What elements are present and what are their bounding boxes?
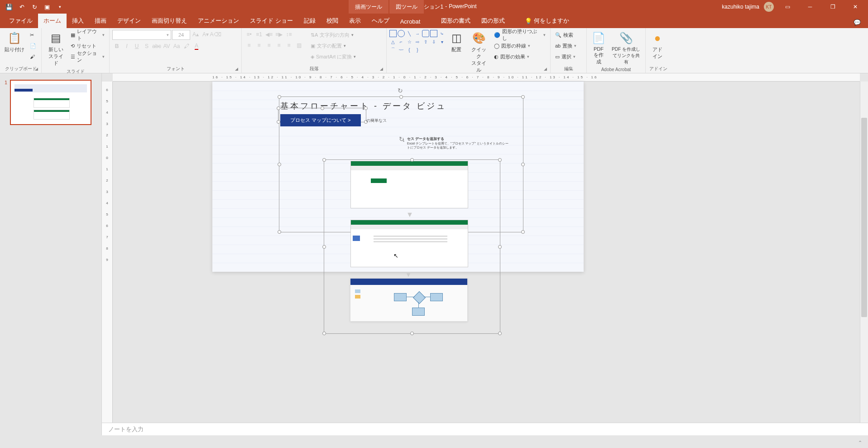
tell-me-search[interactable]: 💡 何をしますか <box>519 14 575 28</box>
save-icon[interactable]: 💾 <box>4 1 14 12</box>
shape-outline-button[interactable]: ◯図形の枠線 <box>492 41 547 51</box>
resize-handle[interactable] <box>278 230 281 234</box>
paragraph-dialog-launcher[interactable]: ◢ <box>380 67 385 72</box>
tab-picture-format[interactable]: 図の形式 <box>476 14 510 28</box>
resize-handle[interactable] <box>277 120 280 124</box>
highlight-icon[interactable]: 🖍 <box>182 42 191 51</box>
shape-elbow-icon[interactable]: ⌐ <box>398 38 405 45</box>
arrange-button[interactable]: ◫ 配置 <box>447 30 465 54</box>
align-text-button[interactable]: ▣文字の配置 <box>309 41 358 51</box>
numbering-icon[interactable]: ≡1 <box>254 30 264 39</box>
tab-insert[interactable]: 挿入 <box>67 14 89 28</box>
font-color-icon[interactable]: A <box>192 42 201 51</box>
undo-icon[interactable]: ↶ <box>16 1 27 12</box>
tab-design[interactable]: デザイン <box>112 14 146 28</box>
strikethrough-icon[interactable]: abc <box>152 42 161 51</box>
line-spacing-icon[interactable]: ↕≡ <box>284 30 293 39</box>
underline-icon[interactable]: U <box>132 42 141 51</box>
resize-handle[interactable] <box>399 95 403 99</box>
tab-file[interactable]: ファイル <box>4 14 38 28</box>
shape-arrow-icon[interactable]: → <box>414 30 421 37</box>
process-map-button[interactable]: プロセス マップについて > <box>280 114 361 126</box>
horizontal-ruler[interactable]: 16 · 15 · 14 · 13 · 12 · 11 · 10 · 9 · 8… <box>113 73 860 82</box>
tab-slideshow[interactable]: スライド ショー <box>245 14 298 28</box>
reset-button[interactable]: ⟲リセット <box>69 41 106 51</box>
change-case-icon[interactable]: Aa <box>172 42 181 51</box>
resize-handle[interactable] <box>498 245 502 249</box>
share-icon[interactable]: 💬 <box>854 19 863 28</box>
shape-oval-icon[interactable] <box>398 30 405 37</box>
align-center-icon[interactable]: ≡ <box>254 41 264 50</box>
resize-handle[interactable] <box>322 332 326 335</box>
resize-handle[interactable] <box>322 158 326 162</box>
char-spacing-icon[interactable]: AV <box>162 42 171 51</box>
resize-handle[interactable] <box>521 95 525 99</box>
visio-screenshot[interactable] <box>350 278 468 322</box>
shape-cell-icon[interactable] <box>430 30 437 37</box>
increase-indent-icon[interactable]: ≡▶ <box>274 30 283 39</box>
shape-line-icon[interactable]: ╲ <box>406 30 413 37</box>
decrease-indent-icon[interactable]: ◀≡ <box>264 30 273 39</box>
bullets-icon[interactable]: ≡• <box>245 30 254 39</box>
vertical-scrollbar[interactable]: ▲ ▼ <box>860 82 868 435</box>
shape-right-icon[interactable]: ⇨ <box>414 38 421 45</box>
tab-review[interactable]: 校閲 <box>321 14 344 28</box>
resize-handle[interactable] <box>410 158 414 162</box>
section-button[interactable]: ☰セクション <box>69 52 106 62</box>
shapes-gallery[interactable]: ╲ → ⤷ △ ⌐ ☆ ⇨ ⇧ ⇩ ▾ ⌒ 〰 { } <box>389 30 446 53</box>
notes-panel[interactable]: ノートを入力 <box>102 423 868 435</box>
font-size-select[interactable]: 24 <box>172 30 190 40</box>
tab-shape-format[interactable]: 図形の書式 <box>436 14 476 28</box>
resize-handle[interactable] <box>278 163 281 166</box>
start-from-beginning-icon[interactable]: ▣ <box>42 1 53 12</box>
shape-fill-button[interactable]: 🔵図形の塗りつぶし <box>492 30 547 40</box>
align-left-icon[interactable]: ≡ <box>245 41 254 50</box>
resize-handle[interactable] <box>278 95 281 99</box>
user-avatar[interactable]: KT <box>764 2 774 12</box>
select-button[interactable]: ▭選択 <box>553 52 578 62</box>
resize-handle[interactable] <box>321 106 324 110</box>
layout-button[interactable]: ▦レイアウト <box>69 30 106 40</box>
shape-brace-r-icon[interactable]: } <box>414 46 421 53</box>
addins-button[interactable]: ● アド イン <box>648 30 667 61</box>
format-painter-button[interactable]: 🖌 <box>28 52 38 62</box>
user-name[interactable]: kazuhiko tajima <box>722 4 759 10</box>
tab-home[interactable]: ホーム <box>38 14 67 28</box>
ribbon-display-options-icon[interactable]: ▭ <box>778 0 796 14</box>
resize-handle[interactable] <box>322 245 326 249</box>
resize-handle[interactable] <box>277 106 280 110</box>
tab-view[interactable]: 表示 <box>344 14 366 28</box>
share-pdf-button[interactable]: 📎 PDF を作成し てリンクを共有 <box>609 30 643 66</box>
maximize-icon[interactable]: ❐ <box>824 0 842 14</box>
collapse-ribbon-icon[interactable]: ⌃ <box>858 440 865 447</box>
drawing-dialog-launcher[interactable]: ◢ <box>544 67 549 72</box>
resize-handle[interactable] <box>498 332 502 335</box>
columns-icon[interactable]: ▥ <box>294 41 303 50</box>
find-button[interactable]: 🔍検索 <box>553 30 578 40</box>
tab-record[interactable]: 記録 <box>298 14 321 28</box>
new-slide-button[interactable]: ▤ 新しい スライド <box>44 30 67 67</box>
shape-up-icon[interactable]: ⇧ <box>422 38 429 45</box>
shape-rect-icon[interactable] <box>389 30 397 37</box>
qat-customize-icon[interactable]: ▾ <box>54 1 65 12</box>
create-pdf-button[interactable]: 📄 PDF を作成 <box>590 30 608 66</box>
close-icon[interactable]: ✕ <box>846 0 864 14</box>
font-dialog-launcher[interactable]: ◢ <box>235 67 240 72</box>
tab-animations[interactable]: アニメーション <box>192 14 245 28</box>
slide-edit-area[interactable]: 16 · 15 · 14 · 13 · 12 · 11 · 10 · 9 · 8… <box>102 73 868 435</box>
shape-brace-l-icon[interactable]: { <box>406 46 413 53</box>
scrollbar-thumb[interactable] <box>861 118 867 317</box>
minimize-icon[interactable]: ─ <box>801 0 819 14</box>
distribute-icon[interactable]: ≡ <box>284 41 293 50</box>
shape-effects-button[interactable]: ◐図形の効果 <box>492 52 547 62</box>
replace-button[interactable]: ab置換 <box>553 41 578 51</box>
tab-help[interactable]: ヘルプ <box>366 14 395 28</box>
tab-transitions[interactable]: 画面切り替え <box>146 14 192 28</box>
vertical-ruler[interactable]: 6543210123456789 <box>102 82 113 435</box>
resize-handle[interactable] <box>521 230 525 234</box>
shadow-icon[interactable]: S <box>142 42 151 51</box>
copy-button[interactable]: 📄 <box>28 41 38 51</box>
convert-smartart-button[interactable]: ◈SmartArt に変換 <box>309 52 358 62</box>
shape-gallery-more-icon[interactable]: ▾ <box>438 38 446 45</box>
resize-handle[interactable] <box>364 106 368 110</box>
